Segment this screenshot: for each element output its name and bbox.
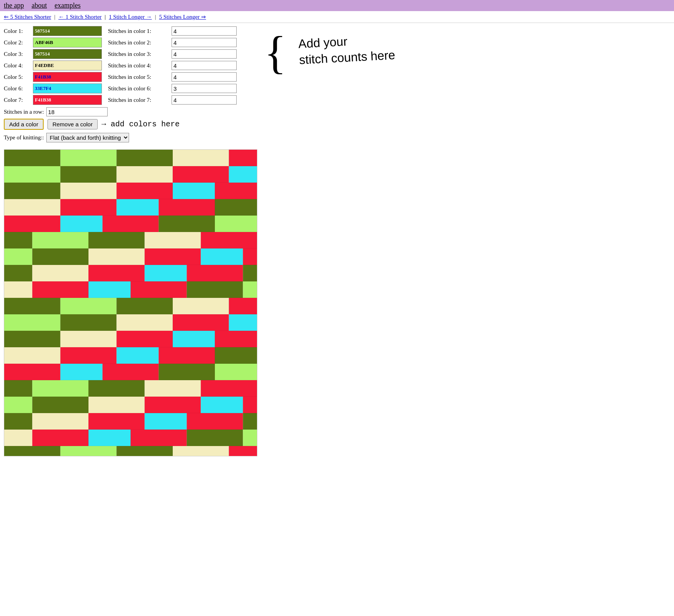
color-label-5: Color 5: bbox=[4, 74, 31, 80]
color-label-3: Color 3: bbox=[4, 51, 31, 57]
stitch-input-7[interactable] bbox=[172, 95, 237, 105]
stitch-input-3[interactable] bbox=[172, 49, 237, 59]
knitting-type-select[interactable]: Flat (back and forth) knitting Round kni… bbox=[46, 133, 129, 142]
stitch-input-5[interactable] bbox=[172, 72, 237, 82]
color-swatch-3[interactable]: 587514 bbox=[33, 49, 102, 59]
annotation-brace: { bbox=[264, 30, 286, 76]
one-longer-link[interactable]: 1 Stitch Longer → bbox=[109, 14, 152, 20]
color-row-6: Color 6:33E7F4Stitches in color 6: bbox=[4, 83, 257, 93]
color-row-2: Color 2:ABF46BStitches in color 2: bbox=[4, 38, 257, 47]
five-shorter-link[interactable]: ⇐ 5 Stitches Shorter bbox=[4, 13, 51, 20]
stitches-in-row-row: Stitches in a row: bbox=[4, 107, 257, 116]
stitch-input-1[interactable] bbox=[172, 26, 237, 36]
annotation-text: Add your stitch counts here bbox=[298, 31, 396, 68]
color-swatch-5[interactable]: F41B38 bbox=[33, 72, 102, 82]
knitting-type-label: Type of knitting:: bbox=[4, 134, 44, 141]
color-swatch-2[interactable]: ABF46B bbox=[33, 38, 102, 47]
sep2: | bbox=[155, 14, 156, 20]
color-label-4: Color 4: bbox=[4, 62, 31, 69]
nav-app[interactable]: the app bbox=[4, 2, 24, 10]
color-row-3: Color 3:587514Stitches in color 3: bbox=[4, 49, 257, 59]
nav-examples[interactable]: examples bbox=[54, 2, 80, 10]
add-color-button[interactable]: Add a color bbox=[4, 119, 44, 130]
stitch-label-7: Stitches in color 7: bbox=[108, 97, 169, 103]
top-navigation: the app about examples bbox=[0, 0, 674, 11]
pattern-canvas bbox=[4, 149, 257, 456]
one-shorter-link[interactable]: ← 1 Stitch Shorter bbox=[58, 14, 101, 20]
stitch-input-2[interactable] bbox=[172, 38, 237, 47]
stitch-label-1: Stitches in color 1: bbox=[108, 28, 169, 34]
pattern-container bbox=[0, 149, 674, 460]
stitch-label-2: Stitches in color 2: bbox=[108, 39, 169, 46]
link-sep: | bbox=[105, 14, 106, 20]
stitch-input-4[interactable] bbox=[172, 61, 237, 70]
stitch-label-5: Stitches in color 5: bbox=[108, 74, 169, 80]
color-label-1: Color 1: bbox=[4, 28, 31, 34]
color-row-1: Color 1:587514Stitches in color 1: bbox=[4, 26, 257, 36]
left-panel: Color 1:587514Stitches in color 1:Color … bbox=[4, 26, 257, 146]
sep1: | bbox=[54, 14, 55, 20]
color-swatch-7[interactable]: F41B38 bbox=[33, 95, 102, 105]
color-swatch-1[interactable]: 587514 bbox=[33, 26, 102, 36]
color-row-4: Color 4:F4EDBEStitches in color 4: bbox=[4, 60, 257, 70]
stitches-in-row-input[interactable] bbox=[46, 107, 108, 116]
knitting-type-row: Type of knitting:: Flat (back and forth)… bbox=[4, 133, 257, 142]
color-label-2: Color 2: bbox=[4, 39, 31, 46]
color-swatch-4[interactable]: F4EDBE bbox=[33, 60, 102, 70]
buttons-row: Add a color Remove a color → add colors … bbox=[4, 119, 257, 130]
stitch-input-6[interactable] bbox=[172, 84, 237, 93]
color-swatch-6[interactable]: 33E7F4 bbox=[33, 83, 102, 93]
color-row-5: Color 5:F41B38Stitches in color 5: bbox=[4, 72, 257, 82]
stitch-label-6: Stitches in color 6: bbox=[108, 85, 169, 92]
add-colors-annotation: → add colors here bbox=[101, 120, 180, 129]
stitch-label-3: Stitches in color 3: bbox=[108, 51, 169, 57]
five-longer-link[interactable]: 5 Stitches Longer ⇒ bbox=[159, 13, 206, 20]
stitch-navigation: ⇐ 5 Stitches Shorter | ← 1 Stitch Shorte… bbox=[0, 11, 674, 23]
color-row-7: Color 7:F41B38Stitches in color 7: bbox=[4, 95, 257, 105]
nav-about[interactable]: about bbox=[31, 2, 47, 10]
remove-color-button[interactable]: Remove a color bbox=[47, 119, 98, 129]
annotation-area: { Add your stitch counts here bbox=[260, 26, 406, 141]
stitch-label-4: Stitches in color 4: bbox=[108, 62, 169, 69]
color-rows: Color 1:587514Stitches in color 1:Color … bbox=[4, 26, 257, 105]
stitches-in-row-label: Stitches in a row: bbox=[4, 109, 44, 115]
color-label-6: Color 6: bbox=[4, 85, 31, 92]
color-label-7: Color 7: bbox=[4, 97, 31, 103]
